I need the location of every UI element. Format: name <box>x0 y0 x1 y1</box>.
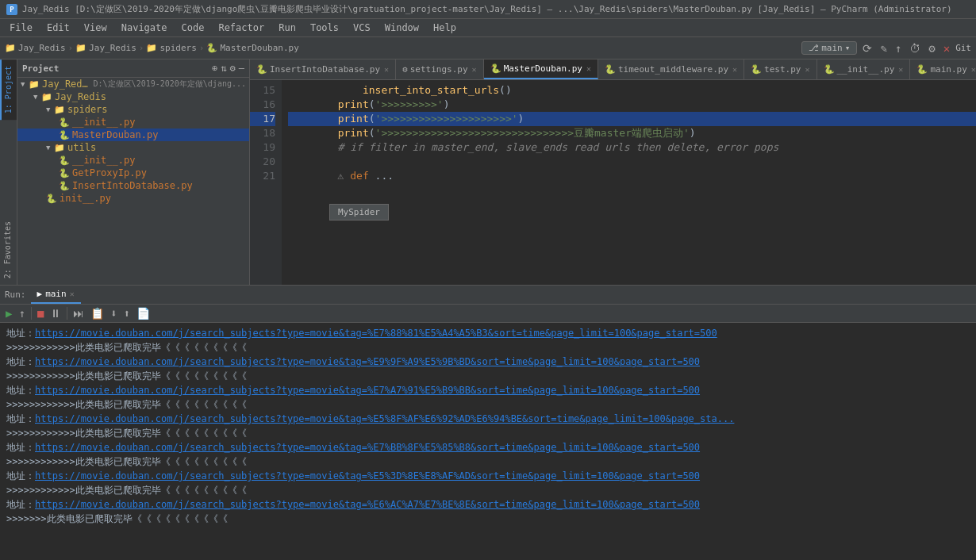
menu-file[interactable]: File <box>3 21 39 35</box>
tree-item-spiders[interactable]: ▼ 📁 spiders <box>17 103 249 116</box>
run-header: Run: ▶ main ✕ <box>0 286 976 305</box>
run-up2-icon[interactable]: ⬆ <box>121 306 133 320</box>
run-tab-close[interactable]: ✕ <box>70 290 75 298</box>
tab-master-douban[interactable]: 🐍 MasterDouban.py ✕ <box>484 59 598 79</box>
menu-view[interactable]: View <box>78 21 113 35</box>
branch-chevron: ▾ <box>845 43 851 53</box>
menu-run[interactable]: Run <box>272 21 302 35</box>
code-line-19: # if filter in master_end, slave_ends re… <box>288 140 976 155</box>
menu-window[interactable]: Window <box>378 21 425 35</box>
branch-button[interactable]: ⎇ main ▾ <box>801 41 857 55</box>
code-line-15: insert_into_start_urls() <box>288 83 976 98</box>
tree-item-get-proxy[interactable]: 🐍 GetProxyIp.py <box>17 167 249 179</box>
output-url-3[interactable]: https://movie.douban.com/j/search_subjec… <box>35 356 700 367</box>
output-url-9[interactable]: https://movie.douban.com/j/search_subjec… <box>35 442 700 453</box>
output-line-13: 地址：https://movie.douban.com/j/search_sub… <box>6 497 970 512</box>
output-area[interactable]: 地址：https://movie.douban.com/j/search_sub… <box>0 323 976 560</box>
nav-bar: 📁 Jay_Redis › 📁 Jay_Redis › 📁 spiders › … <box>0 37 976 59</box>
output-url-7[interactable]: https://movie.douban.com/j/search_subjec… <box>35 413 734 424</box>
code-line-20 <box>288 155 976 169</box>
settings-sidebar-icon[interactable]: ⚙ <box>230 63 236 74</box>
run-play-icon[interactable]: ▶ <box>3 306 14 320</box>
folder-icon-2: 📁 <box>75 43 86 53</box>
menu-code[interactable]: Code <box>175 21 211 35</box>
tree-item-root[interactable]: ▼ 📁 Jay_Redis D:\定做区\2019-2020年定做\djang.… <box>17 78 249 90</box>
push-icon[interactable]: ↑ <box>893 41 904 56</box>
history-icon[interactable]: ⏱ <box>907 41 923 56</box>
run-copy-icon[interactable]: 📋 <box>88 306 106 320</box>
code-content[interactable]: insert_into_start_urls() print('>>>>>>>>… <box>282 80 976 285</box>
output-line-3: 地址：https://movie.douban.com/j/search_sub… <box>6 355 970 369</box>
sep1 <box>31 307 32 320</box>
output-url-1[interactable]: https://movie.douban.com/j/search_subjec… <box>35 328 717 339</box>
tab-close-settings[interactable]: ✕ <box>472 65 477 74</box>
tab-init[interactable]: 🐍 __init__.py ✕ <box>817 59 911 79</box>
menu-vcs[interactable]: VCS <box>347 21 377 35</box>
menu-refactor[interactable]: Refactor <box>212 21 271 35</box>
tab-insert-db[interactable]: 🐍 InsertIntoDatabase.py ✕ <box>250 59 396 79</box>
output-line-4: >>>>>>>>>>>>此类电影已爬取完毕《《《《《《《《《 <box>6 369 970 383</box>
menu-help[interactable]: Help <box>427 21 463 35</box>
tab-icon-insert-db: 🐍 <box>256 64 267 75</box>
sort-icon[interactable]: ⇅ <box>221 63 226 74</box>
tab-close-master-douban[interactable]: ✕ <box>586 64 591 73</box>
run-file-icon[interactable]: 📄 <box>134 306 152 320</box>
commit-icon[interactable]: ✎ <box>878 41 889 56</box>
add-icon[interactable]: ⊕ <box>212 63 217 74</box>
tab-timeout[interactable]: 🐍 timeout_middleware.py ✕ <box>598 59 744 79</box>
folder-icon-1: 📁 <box>5 43 16 53</box>
run-pause-icon[interactable]: ⏸ <box>48 306 63 320</box>
tree-item-sub[interactable]: ▼ 📁 Jay_Redis <box>17 90 249 103</box>
output-line-7: 地址：https://movie.douban.com/j/search_sub… <box>6 412 970 426</box>
run-tab-label: main <box>45 289 67 299</box>
tab-close-timeout[interactable]: ✕ <box>732 65 737 74</box>
run-tab-main[interactable]: ▶ main ✕ <box>31 286 81 304</box>
update-icon[interactable]: ⟳ <box>860 41 874 56</box>
output-url-13[interactable]: https://movie.douban.com/j/search_subjec… <box>35 499 700 510</box>
run-down2-icon[interactable]: ⬇ <box>108 306 119 320</box>
editor-tab-bar: 🐍 InsertIntoDatabase.py ✕ ⚙ settings.py … <box>250 59 976 80</box>
close-icon[interactable]: ✕ <box>941 41 952 56</box>
tab-settings[interactable]: ⚙ settings.py ✕ <box>396 59 484 79</box>
breadcrumb-4[interactable]: MasterDouban.py <box>220 43 298 53</box>
tree-item-master-douban[interactable]: 🐍 MasterDouban.py <box>17 128 249 141</box>
tree-item-insert-db[interactable]: 🐍 InsertIntoDatabase.py <box>17 179 249 192</box>
output-url-11[interactable]: https://movie.douban.com/j/search_subjec… <box>35 470 700 481</box>
settings-toolbar-icon[interactable]: ⚙ <box>926 41 937 56</box>
tree-item-init-spiders[interactable]: 🐍 __init__.py <box>17 116 249 128</box>
tab-main[interactable]: 🐍 main.py ✕ <box>910 59 976 79</box>
output-line-10: >>>>>>>>>>>>此类电影已爬取完毕《《《《《《《《《 <box>6 455 970 469</box>
code-line-16: print('>>>>>>>>>') <box>288 98 976 112</box>
tooltip-popup: MySpider <box>329 204 389 221</box>
tab-close-init[interactable]: ✕ <box>898 65 903 74</box>
run-up-icon[interactable]: ↑ <box>16 306 27 320</box>
output-url-5[interactable]: https://movie.douban.com/j/search_subjec… <box>35 385 700 396</box>
tab-close-insert-db[interactable]: ✕ <box>384 65 389 74</box>
run-toolbar: ▶ ↑ ■ ⏸ ⏭ 📋 ⬇ ⬆ 📄 <box>0 305 976 323</box>
tab-close-test[interactable]: ✕ <box>805 65 809 74</box>
tree-item-init-utils[interactable]: 🐍 __init__.py <box>17 154 249 167</box>
app-icon: P <box>6 4 17 15</box>
breadcrumb-2[interactable]: Jay_Redis <box>89 43 136 53</box>
tab-project[interactable]: 1: Project <box>0 59 17 120</box>
run-panel: Run: ▶ main ✕ ▶ ↑ ■ ⏸ ⏭ 📋 ⬇ ⬆ 📄 地址：https… <box>0 285 976 560</box>
output-line-14: >>>>>>>此类电影已爬取完毕《《《《《《《《《《 <box>6 512 970 526</box>
tab-favorites[interactable]: 2: Favorites <box>1 215 16 285</box>
menu-edit[interactable]: Edit <box>40 21 76 35</box>
branch-name: main <box>821 43 843 53</box>
sep2 <box>67 307 67 320</box>
toolbar-icons: ⟳ ✎ ↑ ⏱ ⚙ ✕ Git <box>860 41 971 56</box>
breadcrumb-3[interactable]: spiders <box>159 43 196 53</box>
run-stop-icon[interactable]: ■ <box>35 306 46 320</box>
tab-test[interactable]: 🐍 test.py ✕ <box>744 59 817 79</box>
menu-navigate[interactable]: Navigate <box>115 21 174 35</box>
breadcrumb-1[interactable]: Jay_Redis <box>18 43 66 53</box>
tab-close-main[interactable]: ✕ <box>971 65 976 74</box>
output-line-5: 地址：https://movie.douban.com/j/search_sub… <box>6 383 970 397</box>
menu-tools[interactable]: Tools <box>304 21 345 35</box>
run-next-icon[interactable]: ⏭ <box>71 306 86 320</box>
minimize-icon[interactable]: – <box>239 63 244 74</box>
tree-item-init-root[interactable]: 🐍 init__.py <box>17 192 249 205</box>
tree-item-utils[interactable]: ▼ 📁 utils <box>17 141 249 154</box>
window-title: Jay_Redis [D:\定做区\2019-2020年定做\django爬虫\… <box>22 3 970 15</box>
